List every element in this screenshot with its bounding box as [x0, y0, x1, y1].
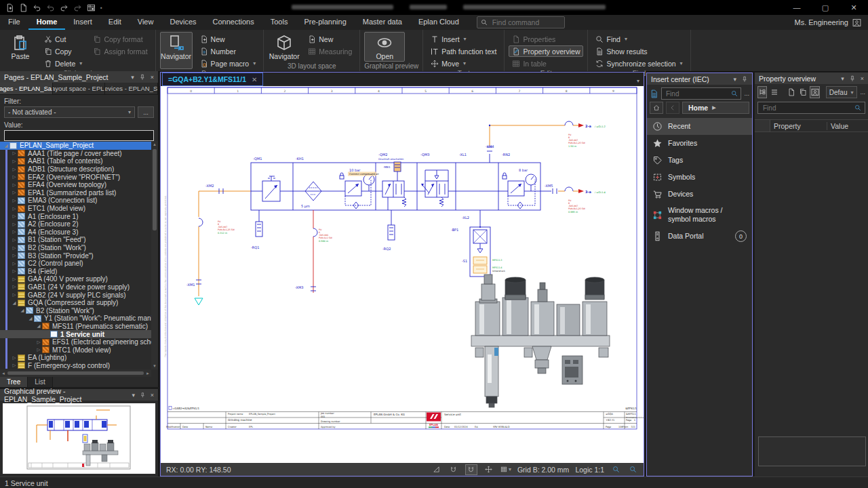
preview-panel-header[interactable]: Graphical preview - EPLAN_Sample_Project… [0, 389, 158, 401]
filter-dropdown[interactable]: - Not activated -▾ [4, 106, 135, 118]
property-overview-button[interactable]: Property overview [509, 45, 583, 57]
list-view-tab[interactable]: List [28, 377, 53, 387]
panel-close-icon[interactable]: × [861, 75, 864, 82]
pin-icon[interactable] [139, 74, 146, 81]
property-overview-header[interactable]: Property overview ▾ × [755, 73, 868, 84]
tree-item[interactable]: ▷ A2 (Enclosure 2) [0, 220, 151, 228]
tab-master-data[interactable]: Master data [355, 15, 410, 30]
open-preview-button[interactable]: Open [364, 32, 405, 62]
panel-menu-icon[interactable]: ▾ [131, 74, 134, 81]
tree-item[interactable]: ◢ MFS11 (Pneumatics schematic) [0, 323, 151, 331]
zoom-out-icon[interactable] [627, 465, 638, 474]
assign-format-button[interactable]: Assign format [90, 45, 151, 57]
tab-list-dropdown-icon[interactable]: ▾ [637, 78, 639, 84]
tab-devices[interactable]: Devices [161, 15, 204, 30]
home-button[interactable] [650, 102, 663, 114]
value-column-header[interactable]: Value [827, 122, 868, 130]
layout-new-button[interactable]: New [304, 33, 355, 45]
find-command-box[interactable] [477, 16, 565, 28]
tree-item[interactable]: ▷ ETC1 (Model view) [0, 205, 151, 213]
insert-center-item[interactable]: Window macros / symbol macros [647, 203, 752, 227]
synchronize-selection-button[interactable]: Synchronize selection▾ [592, 58, 686, 69]
pages-tab[interactable]: Pages - EPLAN_Sa... [0, 83, 53, 94]
maximize-button[interactable]: ▢ [811, 0, 840, 15]
tab-close-icon[interactable]: ✕ [252, 76, 257, 83]
search-icon[interactable] [731, 90, 738, 97]
paste-properties-icon[interactable] [798, 86, 808, 98]
tree-item[interactable]: ▷ EFA4 (Overview topology) [0, 181, 151, 189]
tree-view-tab[interactable]: Tree [0, 377, 28, 387]
tab-file[interactable]: File [0, 15, 28, 30]
tree-item[interactable]: ▷ A1 (Enclosure 1) [0, 212, 151, 220]
minimize-button[interactable]: — [783, 0, 811, 15]
schematic-canvas[interactable]: 0123456789 The reproduction, distributio… [161, 86, 644, 464]
user-filter-icon[interactable] [810, 86, 819, 98]
tree-item[interactable]: 1 Service unit [0, 330, 151, 338]
devices-tab[interactable]: Devices - EPLAN_S... [105, 83, 158, 94]
search-icon[interactable] [854, 104, 861, 111]
tree-view-icon[interactable] [757, 86, 767, 98]
insert-center-item[interactable]: Tags [647, 152, 752, 169]
close-project-icon[interactable] [87, 3, 96, 12]
page-new-button[interactable]: New [197, 33, 260, 45]
tab-edit[interactable]: Edit [100, 15, 130, 30]
insert-center-item[interactable]: Devices [647, 186, 752, 203]
filter-more-button[interactable]: ... [138, 106, 154, 118]
tree-vertical-scrollbar[interactable]: ▲▼ [151, 141, 158, 369]
redo-list-icon[interactable] [73, 3, 82, 12]
tree-item[interactable]: ▷ GAB1 (24 V device power supply) [0, 283, 151, 291]
tree-item[interactable]: ▷ GAA (400 V power supply) [0, 275, 151, 283]
tree-item[interactable]: ▷ MTC1 (Model view) [0, 346, 151, 354]
user-account-icon[interactable] [852, 18, 861, 27]
tab-home[interactable]: Home [28, 15, 66, 30]
tree-item[interactable]: ◢ EPLAN_Sample_Project [0, 142, 151, 150]
copy-properties-icon[interactable] [787, 86, 796, 98]
scheme-dropdown[interactable]: Defau▾ [826, 86, 857, 98]
tree-item[interactable]: ▷ EPA1 (Summarized parts list) [0, 189, 151, 197]
back-button[interactable] [666, 102, 679, 114]
layout-space-tab[interactable]: Layout space - EPL... [53, 83, 106, 94]
copy-format-button[interactable]: Copy format [90, 33, 151, 45]
tree-item[interactable]: ▷ B3 (Station "Provide") [0, 251, 151, 260]
text-insert-button[interactable]: Insert▾ [427, 33, 500, 45]
tree-item[interactable]: ▷ EFA2 (Overview "PROFINET") [0, 173, 151, 181]
tree-item[interactable]: ▷ EMA3 (Connection list) [0, 197, 151, 205]
scheme-more-button[interactable]: ... [861, 89, 866, 96]
tab-view[interactable]: View [130, 15, 162, 30]
tree-item[interactable]: ▷ AAA1 (Title page / cover sheet) [0, 150, 151, 158]
object-snap-icon[interactable] [448, 465, 459, 474]
path-function-text-button[interactable]: Path function text [427, 45, 500, 57]
snap-to-grid-icon[interactable] [465, 464, 477, 475]
property-find-box[interactable] [757, 102, 865, 114]
insert-center-item[interactable]: Recent [647, 118, 752, 135]
tree-horizontal-scrollbar[interactable]: ◄► [0, 369, 151, 377]
tree-item[interactable]: ▷ B4 (Field) [0, 268, 151, 276]
open-page-icon[interactable] [19, 3, 28, 12]
tree-item[interactable]: ▷ C2 (Control panel) [0, 260, 151, 268]
tab-tools[interactable]: Tools [262, 15, 296, 30]
pin-icon[interactable] [741, 76, 748, 83]
new-page-icon[interactable] [5, 3, 14, 12]
value-input[interactable] [4, 130, 154, 141]
breadcrumb[interactable]: Home▶ [682, 102, 749, 114]
show-results-button[interactable]: Show results [592, 45, 686, 57]
pages-panel-header[interactable]: Pages - EPLAN_Sample_Project ▾ × [0, 71, 158, 83]
list-view-icon[interactable] [769, 86, 778, 98]
tree-item[interactable]: ▷ ADB1 (Structure description) [0, 165, 151, 174]
toolbar-overflow-icon[interactable]: ▪ [100, 5, 102, 11]
paste-button[interactable]: Paste [4, 32, 37, 69]
close-button[interactable]: ✕ [840, 0, 868, 15]
tree-item[interactable]: ▷ A4 (Enclosure 3) [0, 228, 151, 237]
delete-button[interactable]: Delete▾ [41, 58, 85, 69]
tab-eplan-cloud[interactable]: Eplan Cloud [410, 15, 467, 30]
panel-menu-icon[interactable]: ▾ [132, 392, 135, 399]
tree-item[interactable]: ▷ F (Emergency-stop control) [0, 362, 151, 369]
preview-thumbnail[interactable] [3, 403, 155, 474]
redo-icon[interactable] [60, 3, 68, 12]
tree-item[interactable]: ▷ GAB2 (24 V supply PLC signals) [0, 291, 151, 299]
undo-list-icon[interactable] [46, 3, 55, 12]
pin-icon[interactable] [849, 75, 856, 82]
document-tab[interactable]: =GQA+B2.Y1&MFS11/1✕ [162, 73, 263, 86]
panel-close-icon[interactable]: × [151, 392, 154, 399]
insert-center-item[interactable]: Symbols [647, 169, 752, 186]
